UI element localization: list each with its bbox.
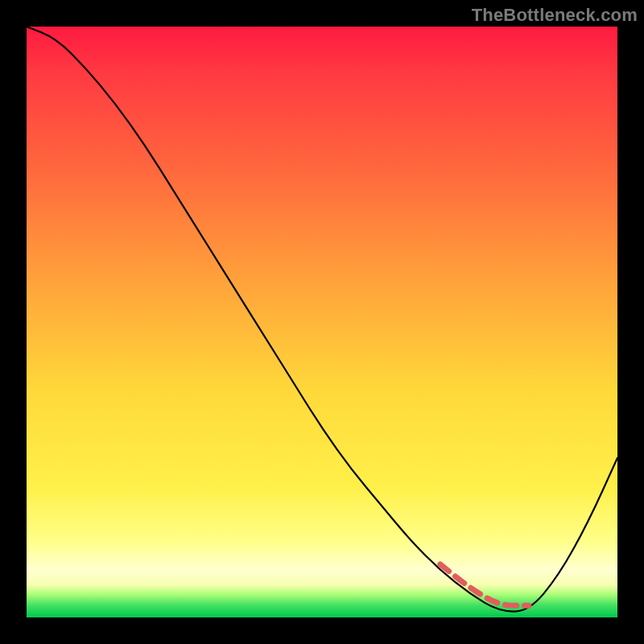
chart-svg xyxy=(27,27,617,617)
bottleneck-curve xyxy=(27,27,617,612)
chart-frame: TheBottleneck.com xyxy=(0,0,644,644)
optimal-range-highlight xyxy=(440,564,529,605)
watermark-text: TheBottleneck.com xyxy=(472,5,638,26)
plot-area xyxy=(27,27,617,617)
